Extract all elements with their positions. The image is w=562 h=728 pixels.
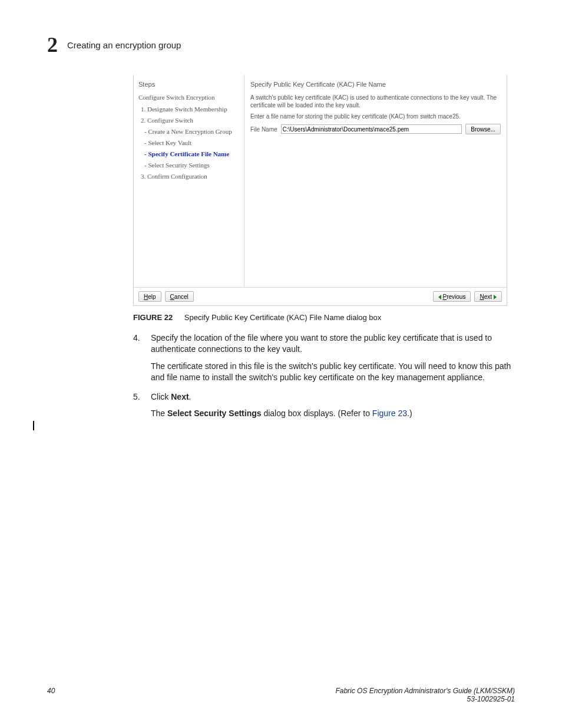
triangle-right-icon [494, 295, 497, 299]
figure-text: Specify Public Key Certificate (KAC) Fil… [184, 313, 382, 322]
step-5-para-b: Select Security Settings [167, 409, 262, 418]
chapter-title: Creating an encryption group [67, 40, 181, 50]
figure-caption: FIGURE 22 Specify Public Key Certificate… [133, 313, 515, 322]
figure-23-link[interactable]: Figure 23 [372, 409, 407, 418]
step-confirm-config: 3. Confirm Configuration [141, 173, 239, 180]
step-5-para-c: dialog box displays. (Refer to [262, 409, 372, 418]
next-label: ext [484, 294, 492, 300]
step-5-click: Click [151, 392, 171, 401]
page-footer: 40 Fabric OS Encryption Administrator's … [47, 687, 515, 703]
wizard-steps-panel: Steps Configure Switch Encryption 1. Des… [134, 75, 244, 287]
dialog-title: Specify Public Key Certificate (KAC) Fil… [250, 81, 501, 88]
dialog-description-2: Enter a file name for storing the public… [250, 113, 501, 120]
file-name-input[interactable] [281, 124, 462, 134]
step-4-text: Specify the location of the file where y… [151, 332, 515, 355]
help-button[interactable]: Help [138, 291, 161, 302]
dialog-description-1: A switch's public key certificate (KAC) … [250, 94, 501, 109]
dialog-content-panel: Specify Public Key Certificate (KAC) Fil… [244, 75, 507, 287]
step-create-group: - Create a New Encryption Group [144, 128, 239, 135]
chapter-number: 2 [47, 32, 58, 57]
figure-label: FIGURE 22 [133, 313, 173, 322]
step-5-paragraph: The Select Security Settings dialog box … [151, 408, 515, 419]
file-name-label: File Name [250, 126, 277, 133]
browse-button[interactable]: Browse... [465, 124, 501, 134]
previous-button[interactable]: Previous [433, 291, 471, 302]
step-configure-encryption: Configure Switch Encryption [138, 94, 239, 101]
footer-title: Fabric OS Encryption Administrator's Gui… [335, 687, 515, 695]
triangle-left-icon [438, 295, 441, 299]
revision-bar [33, 421, 34, 430]
footer-docnum: 53-1002925-01 [335, 695, 515, 703]
step-4-number: 4. [133, 332, 151, 355]
step-4-paragraph: The certificate stored in this file is t… [151, 361, 515, 383]
step-designate-membership: 1. Designate Switch Membership [141, 106, 239, 113]
step-5-text: Click Next. [151, 391, 515, 403]
step-5-para-a: The [151, 409, 167, 418]
help-label: elp [148, 294, 156, 300]
step-5-next-word: Next [171, 392, 189, 401]
next-button[interactable]: Next [474, 291, 502, 302]
step-select-security: - Select Security Settings [144, 162, 239, 169]
step-5-para-d: .) [407, 409, 412, 418]
previous-label: revious [447, 294, 465, 300]
page-number: 40 [47, 687, 55, 703]
page-header: 2 Creating an encryption group [47, 32, 515, 57]
step-5-period: . [189, 392, 191, 401]
steps-header: Steps [138, 81, 239, 88]
step-select-key-vault: - Select Key Vault [144, 139, 239, 146]
kac-dialog: Steps Configure Switch Encryption 1. Des… [133, 75, 507, 306]
step-configure-switch: 2. Configure Switch [141, 117, 239, 124]
cancel-button[interactable]: Cancel [165, 291, 194, 302]
step-specify-cert-file: - Specify Certificate File Name [144, 150, 239, 157]
cancel-label: ancel [174, 294, 189, 300]
step-5-number: 5. [133, 391, 151, 403]
